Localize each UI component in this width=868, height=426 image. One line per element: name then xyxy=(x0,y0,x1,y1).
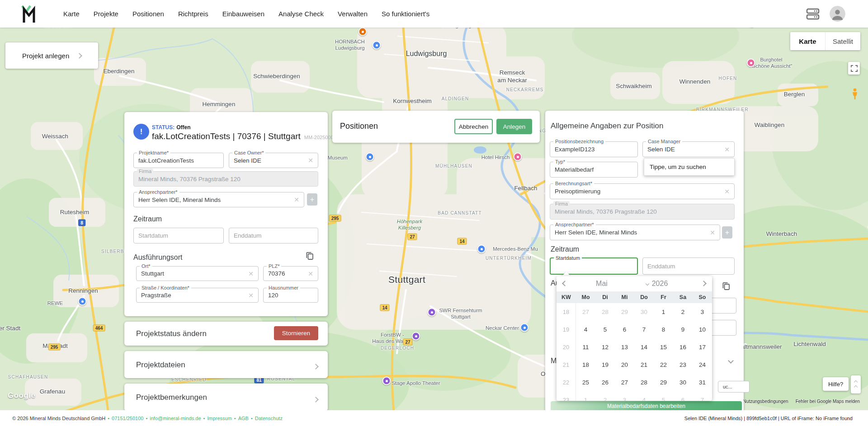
attribution-terms-link[interactable]: Nutzungsbedingungen xyxy=(743,399,788,404)
clear-icon[interactable]: ✕ xyxy=(308,157,313,164)
position-enddatum-field[interactable] xyxy=(642,257,735,275)
calendar-day[interactable]: 4 xyxy=(634,397,654,401)
calendar-day[interactable]: 7 xyxy=(634,326,654,333)
prev-month-button[interactable] xyxy=(562,281,568,286)
copy-icon[interactable] xyxy=(722,281,731,292)
datepicker-year-select[interactable]: 2026 xyxy=(636,280,678,288)
calendar-day[interactable]: 2 xyxy=(595,397,615,401)
clear-icon[interactable]: ✕ xyxy=(294,196,299,203)
footer-link[interactable]: Impressum xyxy=(207,416,231,421)
calendar-day[interactable]: 6 xyxy=(673,397,693,401)
calendar-day[interactable]: 29 xyxy=(615,309,634,315)
ort-field[interactable]: Ort* Stuttgart ✕ xyxy=(136,266,259,281)
clear-icon[interactable]: ✕ xyxy=(724,188,730,195)
calendar-day[interactable]: 28 xyxy=(634,379,654,386)
enddatum-field[interactable] xyxy=(229,228,318,243)
clear-icon[interactable]: ✕ xyxy=(248,292,254,299)
clear-icon[interactable]: ✕ xyxy=(308,270,313,277)
calendar-day[interactable]: 1 xyxy=(654,309,673,315)
berechnungsart-field[interactable]: Berechnungsart* Preisoptimierung ✕ xyxy=(550,183,735,199)
footer-link[interactable]: info@mineral-minds.de xyxy=(150,416,201,421)
calendar-day[interactable]: 30 xyxy=(673,379,693,386)
calendar-day[interactable]: 9 xyxy=(673,326,693,333)
calendar-day[interactable]: 7 xyxy=(693,397,712,401)
calendar-day[interactable]: 15 xyxy=(654,344,673,351)
chevron-down-icon[interactable] xyxy=(728,358,734,364)
footer-link[interactable]: Datenschutz xyxy=(255,416,283,421)
calendar-day[interactable]: 20 xyxy=(615,361,634,368)
calendar-day[interactable]: 17 xyxy=(693,344,712,351)
edit-material-demand-button[interactable]: Materialbedarfsdaten bearbeiten xyxy=(551,401,742,411)
nav-item-karte[interactable]: Karte xyxy=(63,10,80,18)
copy-icon[interactable] xyxy=(305,251,314,262)
clear-icon[interactable]: ✕ xyxy=(724,146,730,153)
projektname-field[interactable]: Projektname* fak.LotCreationTests xyxy=(133,153,224,168)
calendar-day[interactable]: 24 xyxy=(693,361,712,368)
server-icon[interactable] xyxy=(806,8,820,20)
clear-icon[interactable]: ✕ xyxy=(248,270,254,277)
attribution-report-link[interactable]: Fehler bei Google Maps melden xyxy=(796,399,860,404)
calendar-day[interactable]: 28 xyxy=(595,309,615,315)
calendar-day[interactable]: 30 xyxy=(634,309,654,315)
add-contact-button[interactable]: + xyxy=(307,193,317,206)
map-type-map-button[interactable]: Karte xyxy=(790,32,825,50)
calendar-day[interactable]: 19 xyxy=(595,361,615,368)
datepicker-month[interactable]: Mai xyxy=(584,280,620,288)
calendar-day[interactable]: 3 xyxy=(693,309,712,315)
cancel-project-button[interactable]: Stornieren xyxy=(274,326,318,340)
fullscreen-button[interactable] xyxy=(848,62,860,75)
case-owner-field[interactable]: Case Owner* Selen IDE ✕ xyxy=(229,153,318,168)
calendar-day[interactable]: 26 xyxy=(595,379,615,386)
calendar-day[interactable]: 14 xyxy=(634,344,654,351)
nav-item-verwalten[interactable]: Verwalten xyxy=(338,10,368,18)
clear-icon[interactable]: ✕ xyxy=(710,229,715,236)
calendar-day[interactable]: 23 xyxy=(673,361,693,368)
position-enddatum-input[interactable] xyxy=(647,263,730,270)
cancel-button[interactable]: Abbrechen xyxy=(454,119,493,134)
position-ansprechpartner-field[interactable]: Ansprechpartner* Herr Selen IDE, Mineral… xyxy=(550,225,720,240)
add-contact-button[interactable]: + xyxy=(722,226,732,239)
calendar-day[interactable]: 3 xyxy=(615,397,634,401)
project-files-panel[interactable]: Projektdateien xyxy=(124,351,328,378)
ansprechpartner-field[interactable]: Ansprechpartner* Herr Selen IDE, Mineral… xyxy=(133,192,304,207)
position-startdatum-field[interactable]: Startdatum xyxy=(550,257,638,275)
calendar-day[interactable]: 1 xyxy=(576,397,595,401)
nav-item-positionen[interactable]: Positionen xyxy=(132,10,164,18)
calendar-day[interactable]: 8 xyxy=(654,326,673,333)
strasse-field[interactable]: Straße / Koordinaten* Pragstraße ✕ xyxy=(136,288,259,303)
calendar-day[interactable]: 25 xyxy=(576,379,595,386)
startdatum-field[interactable] xyxy=(133,228,224,243)
create-project-button[interactable]: Projekt anlegen xyxy=(5,42,98,69)
positionsbezeichnung-field[interactable]: Positionsbezeichnung ExampleID123 xyxy=(550,141,638,157)
hausnummer-field[interactable]: Hausnummer 120 xyxy=(263,288,318,303)
nav-item-projekte[interactable]: Projekte xyxy=(94,10,118,18)
case-manager-field[interactable]: Case Manager Selen IDE ✕ xyxy=(642,141,735,157)
nav-item-analyse-check[interactable]: Analyse Check xyxy=(278,10,324,18)
search-field-fragment[interactable]: uc... xyxy=(718,381,750,393)
pegman-control[interactable] xyxy=(852,88,858,102)
calendar-day[interactable]: 11 xyxy=(576,344,595,351)
startdatum-input[interactable] xyxy=(138,232,219,239)
calendar-day[interactable]: 29 xyxy=(654,379,673,386)
typ-field[interactable]: Typ* Materialbedarf xyxy=(550,162,638,178)
help-button[interactable]: Hilfe? xyxy=(823,377,849,391)
plz-field[interactable]: PLZ* 70376 ✕ xyxy=(263,266,318,281)
calendar-day[interactable]: 21 xyxy=(634,361,654,368)
calendar-day[interactable]: 31 xyxy=(693,379,712,386)
footer-link[interactable]: 07151/250100 xyxy=(112,416,143,421)
calendar-day[interactable]: 27 xyxy=(615,379,634,386)
nav-item-einbauweisen[interactable]: Einbauweisen xyxy=(222,10,264,18)
calendar-day[interactable]: 5 xyxy=(654,397,673,401)
calendar-day[interactable]: 10 xyxy=(693,326,712,333)
position-startdatum-input[interactable] xyxy=(555,263,632,270)
scroll-up-control[interactable] xyxy=(851,375,861,393)
calendar-day[interactable]: 4 xyxy=(576,326,595,333)
project-notes-panel[interactable]: Projektbemerkungen xyxy=(124,384,328,411)
calendar-day[interactable]: 18 xyxy=(576,361,595,368)
autocomplete-dropdown[interactable]: Tippe, um zu suchen xyxy=(644,158,735,176)
calendar-day[interactable]: 2 xyxy=(673,309,693,315)
brand-logo[interactable] xyxy=(21,5,37,23)
calendar-day[interactable]: 6 xyxy=(615,326,634,333)
map-type-satellite-button[interactable]: Satellit xyxy=(826,32,860,50)
nav-item-richtpreis[interactable]: Richtpreis xyxy=(178,10,208,18)
